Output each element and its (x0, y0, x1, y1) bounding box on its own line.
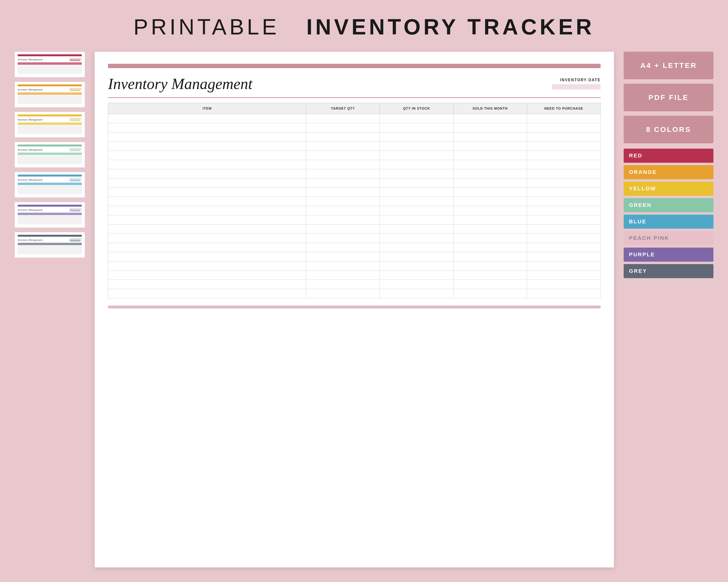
table-row (108, 215, 601, 225)
table-cell (453, 289, 527, 298)
thumb-blue-title: Inventory Management (18, 178, 43, 181)
thumb-orange-table-header (18, 92, 82, 95)
table-cell (380, 261, 453, 271)
table-cell (453, 197, 527, 206)
thumb-purple-table (18, 213, 82, 224)
thumb-yellow-date-box (70, 119, 81, 121)
color-chip-blue: BLUE (624, 215, 713, 229)
colors-box: 8 COLORS (624, 116, 713, 143)
thumb-orange-table (18, 92, 82, 104)
table-cell (527, 261, 600, 271)
thumb-orange-row-1 (18, 95, 82, 97)
table-row (108, 243, 601, 252)
thumb-yellow-row-2 (18, 128, 82, 130)
doc-bottom-bar (108, 306, 601, 308)
doc-title: Inventory Management (108, 76, 252, 92)
doc-header-row: Inventory Management INVENTORY DATE (108, 76, 601, 92)
table-cell (306, 178, 380, 188)
thumb-red-row-3 (18, 70, 82, 72)
table-body (108, 114, 601, 298)
table-row (108, 160, 601, 169)
thumb-blue-date-box (70, 179, 81, 182)
thumb-blue-row-4 (18, 192, 82, 194)
doc-top-bar (108, 64, 601, 68)
table-cell (108, 132, 306, 142)
thumb-yellow-table-header (18, 122, 82, 125)
thumbnail-green[interactable]: Inventory Management INVENTORY DATE (15, 142, 85, 168)
table-row (108, 234, 601, 243)
table-cell (453, 132, 527, 142)
thumb-yellow-row-1 (18, 126, 82, 127)
color-chip-label: ORANGE (629, 169, 657, 175)
table-cell (527, 123, 600, 132)
table-cell (380, 160, 453, 169)
main-content: Inventory Management INVENTORY DATE (0, 52, 728, 582)
table-cell (108, 160, 306, 169)
thumb-purple-row-4 (18, 222, 82, 224)
col-stock-header: QTY IN STOCK (380, 103, 453, 114)
table-cell (380, 215, 453, 225)
table-cell (380, 225, 453, 234)
table-cell (306, 243, 380, 252)
thumb-red-date-box (70, 59, 81, 61)
table-cell (380, 252, 453, 261)
thumbnail-yellow[interactable]: Inventory Management INVENTORY DATE (15, 112, 85, 138)
table-cell (108, 271, 306, 280)
title-plain: PRINTABLE (133, 15, 279, 39)
thumb-orange-bar (18, 84, 82, 86)
thumbnail-purple[interactable]: Inventory Management INVENTORY DATE (15, 202, 85, 228)
table-cell (306, 151, 380, 160)
thumbnail-orange[interactable]: Inventory Management INVENTORY DATE (15, 82, 85, 107)
color-chip-grey: GREY (624, 264, 713, 278)
thumb-grey-title-row: Inventory Management INVENTORY DATE (18, 238, 82, 242)
color-chip-label: BLUE (629, 219, 647, 225)
thumb-purple-bar (18, 205, 82, 206)
inventory-table: ITEM TARGET QTY QTY IN STOCK SOLD THIS M… (108, 103, 601, 298)
thumb-blue-row-3 (18, 190, 82, 192)
table-cell (306, 271, 380, 280)
thumb-purple-table-header (18, 213, 82, 215)
col-sold-header: SOLD THIS MONTH (453, 103, 527, 114)
table-cell (380, 123, 453, 132)
table-cell (453, 252, 527, 261)
table-cell (380, 206, 453, 215)
table-cell (453, 160, 527, 169)
thumb-orange-row-3 (18, 100, 82, 102)
table-cell (108, 151, 306, 160)
table-cell (306, 142, 380, 151)
thumb-grey-bar (18, 235, 82, 237)
thumb-orange-row-2 (18, 98, 82, 100)
thumb-yellow-title-row: Inventory Management INVENTORY DATE (18, 118, 82, 121)
table-row (108, 188, 601, 197)
thumb-yellow-table (18, 122, 82, 134)
table-cell (527, 234, 600, 243)
thumb-red-row-4 (18, 72, 82, 74)
thumb-yellow-row-4 (18, 132, 82, 134)
table-row (108, 197, 601, 206)
table-cell (108, 188, 306, 197)
color-chip-peach-pink: PEACH PINK (624, 231, 713, 245)
thumb-blue-title-row: Inventory Management INVENTORY DATE (18, 178, 82, 182)
thumbnails-column: Inventory Management INVENTORY DATE (15, 52, 85, 567)
thumb-grey-title: Inventory Management (18, 239, 43, 241)
thumbnail-grey[interactable]: Inventory Management INVENTORY DATE (15, 232, 85, 258)
thumbnail-blue[interactable]: Inventory Management INVENTORY DATE (15, 172, 85, 198)
thumb-orange-date-box (70, 89, 81, 91)
thumb-red-row-2 (18, 68, 82, 70)
table-cell (380, 178, 453, 188)
file-box: PDF FILE (624, 84, 713, 111)
table-cell (108, 225, 306, 234)
doc-date-label: INVENTORY DATE (560, 78, 601, 82)
thumb-green-row-1 (18, 156, 82, 157)
table-cell (380, 271, 453, 280)
table-cell (380, 280, 453, 289)
table-cell (306, 114, 380, 123)
thumb-green-title-row: Inventory Management INVENTORY DATE (18, 148, 82, 151)
table-row (108, 289, 601, 298)
color-chip-yellow: YELLOW (624, 182, 713, 196)
table-cell (453, 114, 527, 123)
thumbnail-red[interactable]: Inventory Management INVENTORY DATE (15, 52, 85, 77)
thumb-orange-title-row: Inventory Management INVENTORY DATE (18, 88, 82, 91)
table-cell (453, 188, 527, 197)
table-cell (453, 169, 527, 178)
